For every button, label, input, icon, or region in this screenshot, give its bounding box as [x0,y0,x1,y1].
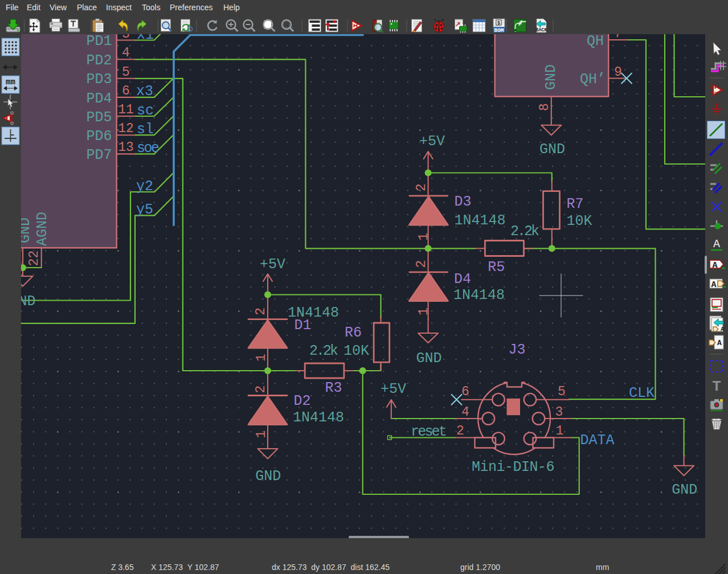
svg-text:D1: D1 [295,317,312,334]
svg-text:1: 1 [254,430,269,438]
svg-text:A: A [711,280,716,290]
svg-text:T: T [712,378,721,395]
svg-text:$: $ [497,20,501,26]
svg-text:mm: mm [6,77,15,87]
svg-text:R3: R3 [325,380,342,396]
svg-text:AGND: AGND [34,212,51,246]
svg-text:A: A [721,326,725,333]
svg-text:2.2k: 2.2k [510,223,539,240]
svg-text:PD3: PD3 [86,71,112,88]
svg-text:GND: GND [672,482,697,498]
svg-text:2: 2 [414,260,429,268]
svg-text:J3: J3 [508,342,525,358]
svg-text:+5V: +5V [419,133,445,150]
svg-text:11: 11 [118,102,134,117]
svg-text:QH: QH [587,34,604,50]
svg-text:3: 3 [122,34,130,42]
svg-text:PD4: PD4 [86,91,112,107]
svg-text:GND: GND [21,293,36,310]
svg-text:PD2: PD2 [86,52,112,69]
svg-text:2: 2 [414,183,429,191]
svg-text:A: A [713,237,720,251]
svg-text:y5: y5 [136,202,153,218]
svg-text:4: 4 [461,405,469,420]
svg-text:A: A [712,261,717,270]
svg-text:7: 7 [614,34,622,41]
svg-text:soe: soe [137,140,159,157]
svg-text:Mini-DIN-6: Mini-DIN-6 [472,459,554,475]
svg-text:12: 12 [118,121,134,136]
svg-text:1N4148: 1N4148 [454,212,505,229]
svg-text:1: 1 [254,354,269,362]
svg-text:6: 6 [461,384,469,399]
svg-text:9: 9 [614,65,622,80]
svg-text:PD7: PD7 [86,147,112,163]
svg-text:x1: x1 [137,34,154,43]
svg-text:10K: 10K [567,213,592,229]
svg-text:CLK: CLK [629,385,655,401]
svg-text:DATA: DATA [580,432,615,449]
svg-text:5: 5 [558,384,566,399]
svg-text:reset: reset [411,424,446,440]
svg-text:QH’: QH’ [580,71,606,88]
svg-text:6: 6 [122,84,130,99]
svg-text:GND: GND [255,468,281,485]
svg-text:10K: 10K [343,343,369,359]
svg-text:R7: R7 [567,196,584,212]
svg-text:2.2k: 2.2k [309,343,338,359]
svg-text:sc: sc [137,102,154,119]
svg-text:8: 8 [537,103,552,111]
svg-text:R6: R6 [345,325,362,341]
svg-text:x3: x3 [136,83,153,100]
svg-text:13: 13 [118,140,134,155]
svg-text:sl: sl [137,121,154,138]
svg-text:PD1: PD1 [86,34,112,50]
svg-text:R5: R5 [488,259,505,276]
svg-text:D4: D4 [454,271,471,288]
svg-text:y2: y2 [136,178,153,195]
svg-text:BACK: BACK [535,27,547,33]
svg-text:GND: GND [539,141,565,158]
svg-text:1N4148: 1N4148 [293,409,344,426]
svg-text:1: 1 [416,308,431,315]
svg-text:1: 1 [416,233,431,241]
svg-text:A: A [717,339,722,347]
svg-text:PD6: PD6 [86,128,112,145]
svg-text:+5V: +5V [381,381,406,397]
svg-text:GND: GND [21,218,34,243]
svg-text:GND: GND [543,64,559,90]
svg-text:22: 22 [27,251,42,266]
svg-text:1N4148: 1N4148 [453,287,505,304]
svg-text:BOM: BOM [494,27,504,34]
svg-text:PD5: PD5 [86,109,112,126]
svg-text:1: 1 [555,424,563,438]
svg-text:2: 2 [456,424,464,438]
svg-text:3: 3 [555,405,563,420]
svg-text:2: 2 [253,386,268,393]
svg-text:GND: GND [416,350,441,367]
svg-text:5: 5 [122,65,130,80]
svg-text:D2: D2 [294,393,311,409]
svg-text:2: 2 [253,308,268,315]
svg-text:D3: D3 [454,194,471,210]
svg-text:+5V: +5V [260,256,285,273]
svg-text:4: 4 [122,46,130,60]
